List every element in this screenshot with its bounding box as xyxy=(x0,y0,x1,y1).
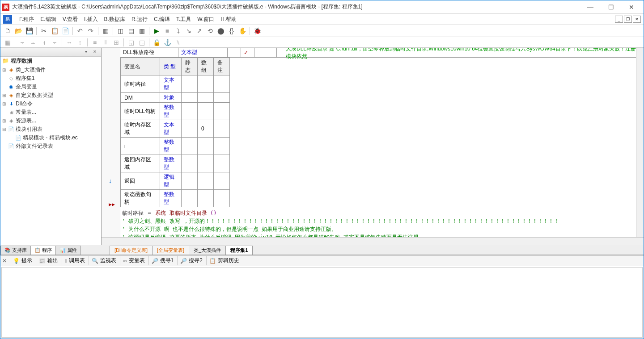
size-w-icon[interactable]: ↔ xyxy=(65,38,74,47)
vertical-scrollbar[interactable] xyxy=(636,48,644,237)
close-button[interactable]: ✕ xyxy=(621,0,642,14)
paste-icon[interactable]: 📄 xyxy=(61,26,70,35)
cut-icon[interactable]: ✂ xyxy=(39,26,48,35)
align-left-icon[interactable]: ⫟ xyxy=(18,38,27,47)
globals-icon: ◉ xyxy=(8,84,15,90)
param-name[interactable]: DLL释放路径 xyxy=(120,48,178,57)
minimize-button[interactable]: — xyxy=(580,0,601,14)
menu-view[interactable]: V.查看 xyxy=(60,15,80,24)
size-h-icon[interactable]: ↕ xyxy=(76,38,85,47)
tab-search1[interactable]: 🔎搜寻1 xyxy=(148,256,177,265)
back-icon[interactable]: ◲ xyxy=(137,38,146,47)
tab-watch[interactable]: 🔍监视表 xyxy=(89,256,119,265)
horizontal-scrollbar[interactable] xyxy=(102,237,644,245)
menu-program[interactable]: F.程序 xyxy=(17,15,37,24)
tab-globals[interactable]: [全局变量表] xyxy=(152,246,189,255)
param-type[interactable]: 文本型 xyxy=(178,48,214,57)
undo-icon[interactable]: ↶ xyxy=(76,26,85,35)
menu-window[interactable]: W.窗口 xyxy=(195,15,217,24)
panel-menu-icon[interactable]: ▾ xyxy=(85,49,91,55)
menu-insert[interactable]: I.插入 xyxy=(81,15,101,24)
step-out-icon[interactable]: ↗ xyxy=(195,26,204,35)
form-icon[interactable]: ▦ xyxy=(101,26,110,35)
anchor-icon[interactable]: ⚓ xyxy=(163,38,172,47)
maximize-button[interactable]: ☐ xyxy=(601,0,621,14)
tree-item[interactable]: 程序集1 xyxy=(16,75,35,82)
project-tree[interactable]: ⊞◈类_大漠插件 ◇程序集1 ◉全局变量 ⊞◈自定义数据类型 ⊞⬇Dll命令 ⊞… xyxy=(0,65,101,245)
dist-h-icon[interactable]: ≡ xyxy=(90,38,99,47)
param-opt3[interactable] xyxy=(254,48,277,57)
tree-item[interactable]: 常量表... xyxy=(16,109,36,116)
bulb-icon: 💡 xyxy=(13,258,20,264)
align-center-icon[interactable]: ⫠ xyxy=(29,38,38,47)
tab-vars[interactable]: ∞变量表 xyxy=(120,256,148,265)
menu-help[interactable]: H.帮助 xyxy=(218,15,239,24)
menu-edit[interactable]: E.编辑 xyxy=(38,15,59,24)
tab-search2[interactable]: 🔎搜寻2 xyxy=(177,256,205,265)
menu-tools[interactable]: T.工具 xyxy=(174,15,194,24)
stack-icon: ⦀ xyxy=(65,258,67,264)
front-icon[interactable]: ◱ xyxy=(127,38,136,47)
menu-database[interactable]: B.数据库 xyxy=(102,15,128,24)
tab-programset[interactable]: 程序集1 xyxy=(225,246,253,255)
menu-run[interactable]: R.运行 xyxy=(129,15,150,24)
clip-icon: 📋 xyxy=(209,258,216,264)
lock-icon[interactable]: 🔒 xyxy=(152,38,161,47)
tree-item[interactable]: 自定义数据类型 xyxy=(16,92,53,99)
tree-item[interactable]: 模块引用表 xyxy=(16,126,42,133)
tree-item[interactable]: Dll命令 xyxy=(16,100,33,108)
tab-order-icon[interactable]: ⑊ xyxy=(174,38,182,47)
table-row: 返回内存区域整数型 xyxy=(121,155,230,172)
tab-clip[interactable]: 📋剪辑历史 xyxy=(206,256,242,265)
redo-icon[interactable]: ↷ xyxy=(86,26,95,35)
step-into-icon[interactable]: ↘ xyxy=(184,26,193,35)
param-check[interactable]: ✓ xyxy=(241,48,254,57)
pause-icon[interactable]: ■ xyxy=(163,26,172,35)
run-icon[interactable]: ▶ xyxy=(152,26,161,35)
mdi-close[interactable]: ✕ xyxy=(633,16,641,23)
tab-output[interactable]: 📰输出 xyxy=(36,256,61,265)
save-icon[interactable]: 💾 xyxy=(25,26,34,35)
tab-callstack[interactable]: ⦀调用表 xyxy=(62,256,88,265)
tree-item[interactable]: 精易模块 - 精易模块.ec xyxy=(23,134,78,142)
panel-close-icon[interactable]: ✕ xyxy=(93,49,99,55)
hand-icon[interactable]: ✋ xyxy=(238,26,247,35)
step-over-icon[interactable]: ⤵ xyxy=(174,26,182,35)
align-top-icon[interactable]: ⫟ xyxy=(50,38,59,47)
var-header-type: 类 型 xyxy=(160,58,182,75)
code-editor[interactable]: DLL释放路径 文本型 ✓ 大漠DLL释放目录 如 C:\dm.dll，留空即释… xyxy=(120,48,644,237)
grid-icon[interactable]: ▦ xyxy=(3,38,12,47)
module-icon: ◇ xyxy=(8,75,15,82)
menu-compile[interactable]: C.编译 xyxy=(151,15,173,24)
tree-item[interactable]: 类_大漠插件 xyxy=(16,66,46,74)
tree-item[interactable]: 资源表... xyxy=(16,117,36,125)
arrow-down-icon: ↓ xyxy=(102,177,120,184)
window3-icon[interactable]: ▥ xyxy=(137,26,146,35)
tree-item[interactable]: 全局变量 xyxy=(16,83,37,91)
braces-icon[interactable]: {} xyxy=(227,26,236,35)
align-right-icon[interactable]: ⫞ xyxy=(39,38,48,47)
mdi-restore[interactable]: ❐ xyxy=(624,16,632,23)
table-row: 返回逻辑型 xyxy=(121,172,230,190)
tab-dll[interactable]: [Dll命令定义表] xyxy=(110,246,153,255)
bug-icon[interactable]: 🐞 xyxy=(253,26,262,35)
tab-class[interactable]: 类_大漠插件 xyxy=(189,246,226,255)
tab-hint[interactable]: 💡提示 xyxy=(10,256,35,265)
code-body[interactable]: 临时路径 ＝ 系统_取临时文件目录 () ' 破刃之剑、黑银 改写 ，开源的！！… xyxy=(120,207,644,237)
param-opt1[interactable] xyxy=(214,48,228,57)
mdi-minimize[interactable]: _ xyxy=(615,16,623,23)
tree-item[interactable]: 外部文件记录表 xyxy=(16,142,53,150)
center-h-icon[interactable]: ⊞ xyxy=(112,38,121,47)
break-icon[interactable]: ⬤ xyxy=(216,26,225,35)
new-icon[interactable]: 🗋 xyxy=(3,26,12,35)
param-opt2[interactable] xyxy=(228,48,241,57)
variable-table[interactable]: 变量名 类 型 静态 数组 备 注 临时路径文本型 DM对象 临时DLL句柄整数… xyxy=(120,58,230,207)
dist-v-icon[interactable]: ⦀ xyxy=(101,38,110,47)
window1-icon[interactable]: ◫ xyxy=(116,26,125,35)
window2-icon[interactable]: ▤ xyxy=(127,26,136,35)
copy-icon[interactable]: 📋 xyxy=(50,26,59,35)
output-content[interactable] xyxy=(1,267,643,338)
trace-icon[interactable]: ⟲ xyxy=(206,26,215,35)
open-icon[interactable]: 📂 xyxy=(14,26,23,35)
panel-close-icon[interactable]: ✕ xyxy=(2,258,9,264)
